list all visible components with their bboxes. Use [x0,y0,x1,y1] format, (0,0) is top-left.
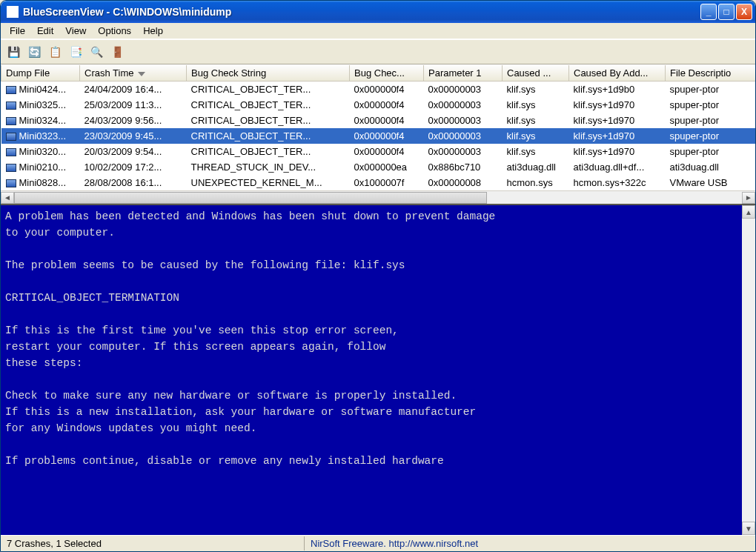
column-header[interactable]: Crash Time [80,65,187,82]
refresh-icon[interactable]: 🔄 [26,44,42,60]
bsod-icon [6,164,16,172]
save-icon[interactable]: 💾 [5,44,21,60]
column-header[interactable]: File Descriptio [666,65,756,82]
table-cell: klif.sys [503,113,569,128]
exit-icon[interactable]: 🚪 [109,44,125,60]
table-row[interactable]: Mini0828...28/08/2008 16:1...UNEXPECTED_… [1,175,756,190]
column-label: Bug Chec... [354,67,405,79]
table-cell: 0x000000f4 [350,97,424,113]
table-row[interactable]: Mini0210...10/02/2009 17:2...THREAD_STUC… [1,159,756,175]
window-title: BlueScreenView - C:\WINDOWS\minidump [23,6,700,18]
close-button[interactable]: X [736,4,752,20]
table-cell: 25/03/2009 11:3... [80,97,187,113]
table-cell: 23/03/2009 9:45... [80,128,187,144]
table-cell: klif.sys+1d970 [569,128,666,144]
app-window: BlueScreenView - C:\WINDOWS\minidump _ □… [0,0,756,552]
column-header[interactable]: Parameter 1 [424,65,503,82]
table-cell: klif.sys [503,97,569,113]
bsod-icon [6,179,16,187]
table-cell: Mini0424... [1,82,80,98]
table-cell: CRITICAL_OBJECT_TER... [187,82,350,98]
table-cell: Mini0210... [1,159,80,175]
table-cell: 24/03/2009 9:56... [80,113,187,128]
table-cell: spuper-ptor [666,144,756,159]
status-vendor-link[interactable]: NirSoft Freeware. http://www.nirsoft.net [305,536,484,551]
table-cell: klif.sys [503,82,569,98]
window-controls: _ □ X [700,4,752,20]
column-header[interactable]: Caused ... [503,65,569,82]
table-cell: 0x00000003 [424,128,503,144]
table-cell: hcmon.sys [503,175,569,190]
properties-icon[interactable]: 📑 [67,44,84,60]
statusbar: 7 Crashes, 1 Selected NirSoft Freeware. … [1,535,755,551]
maximize-button[interactable]: □ [718,4,735,20]
table-cell: 10/02/2009 17:2... [80,159,187,175]
table-cell: CRITICAL_OBJECT_TER... [187,113,350,128]
table-cell: ati3duag.dll [666,159,756,175]
menu-help[interactable]: Help [137,24,169,38]
table-cell: ati3duag.dll [503,159,569,175]
scroll-right-arrow-icon[interactable]: ► [742,192,755,204]
column-header[interactable]: Bug Chec... [350,65,424,82]
column-header[interactable]: Bug Check String [187,65,350,82]
table-cell: hcmon.sys+322c [569,175,666,190]
table-cell: 0x000000ea [350,159,424,175]
table-cell: Mini0324... [1,113,80,128]
copy-icon[interactable]: 📋 [47,44,63,60]
titlebar[interactable]: BlueScreenView - C:\WINDOWS\minidump _ □… [1,1,755,23]
scroll-thumb[interactable] [14,192,487,204]
table-cell: klif.sys [503,128,569,144]
menubar: FileEditViewOptionsHelp [1,23,755,39]
table-cell: spuper-ptor [666,128,756,144]
find-icon[interactable]: 🔍 [88,44,105,60]
table-cell: klif.sys+1d9b0 [569,82,666,98]
scroll-down-arrow-icon[interactable]: ▼ [742,522,755,535]
column-label: Caused By Add... [574,67,648,79]
scroll-up-arrow-icon[interactable]: ▲ [742,205,755,219]
table-cell: klif.sys [503,144,569,159]
table-cell: UNEXPECTED_KERNEL_M... [187,175,350,190]
bsod-detail-pane[interactable]: A problem has been detected and Windows … [1,205,742,535]
table-cell: CRITICAL_OBJECT_TER... [187,97,350,113]
toolbar: 💾🔄📋📑🔍🚪 [1,39,755,64]
vscroll-track[interactable] [742,219,755,522]
table-cell: 0x00000003 [424,82,503,98]
column-header[interactable]: Dump File [1,65,80,82]
table-cell: spuper-ptor [666,113,756,128]
bsod-icon [6,117,16,125]
detail-vertical-scrollbar[interactable]: ▲ ▼ [742,205,755,535]
table-cell: ati3duag.dll+df... [569,159,666,175]
bsod-icon [6,148,16,156]
bsod-icon [6,102,16,110]
menu-options[interactable]: Options [92,24,137,38]
column-label: Dump File [6,67,50,79]
table-row[interactable]: Mini0424...24/04/2009 16:4...CRITICAL_OB… [1,82,756,98]
table-cell: Mini0828... [1,175,80,190]
table-cell: 0x000000f4 [350,82,424,98]
app-icon [7,6,19,18]
table-row[interactable]: Mini0324...24/03/2009 9:56...CRITICAL_OB… [1,113,756,128]
table-row[interactable]: Mini0320...20/03/2009 9:54...CRITICAL_OB… [1,144,756,159]
table-cell: spuper-ptor [666,97,756,113]
scroll-track[interactable] [14,192,742,204]
scroll-left-arrow-icon[interactable]: ◄ [1,192,14,204]
minimize-button[interactable]: _ [700,4,717,20]
table-cell: Mini0325... [1,97,80,113]
table-cell: klif.sys+1d970 [569,144,666,159]
menu-file[interactable]: File [4,24,31,38]
menu-edit[interactable]: Edit [31,24,59,38]
list-horizontal-scrollbar[interactable]: ◄ ► [1,190,755,204]
column-label: File Descriptio [670,67,731,79]
table-cell: 0x000000f4 [350,113,424,128]
table-cell: VMware USB [666,175,756,190]
column-header[interactable]: Caused By Add... [569,65,666,82]
table-row[interactable]: Mini0323...23/03/2009 9:45...CRITICAL_OB… [1,128,756,144]
table-cell: CRITICAL_OBJECT_TER... [187,128,350,144]
menu-view[interactable]: View [59,24,92,38]
column-label: Bug Check String [191,67,266,79]
table-cell: 0x00000003 [424,113,503,128]
table-row[interactable]: Mini0325...25/03/2009 11:3...CRITICAL_OB… [1,97,756,113]
table-cell: 24/04/2009 16:4... [80,82,187,98]
column-label: Caused ... [507,67,551,79]
table-cell: 0x1000007f [350,175,424,190]
